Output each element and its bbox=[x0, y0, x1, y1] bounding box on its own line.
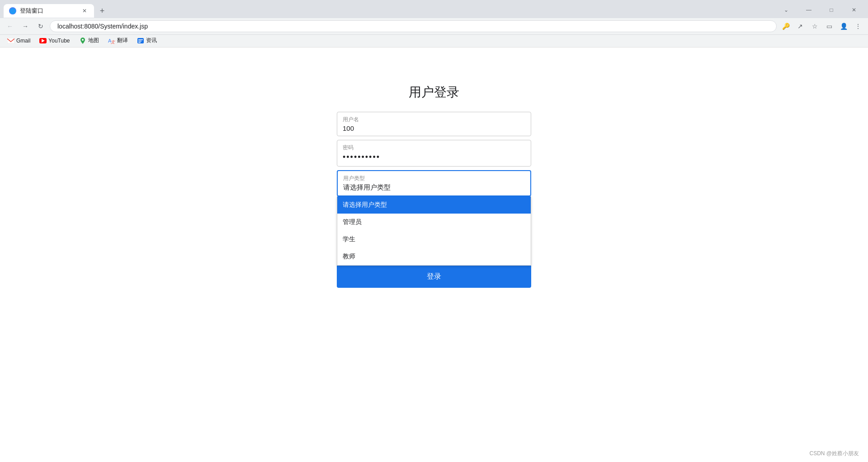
address-field[interactable]: localhost:8080/System/index.jsp bbox=[50, 20, 777, 32]
usertype-selected-value: 请选择用户类型 bbox=[343, 183, 525, 192]
svg-rect-5 bbox=[138, 39, 143, 40]
bookmark-news[interactable]: 资讯 bbox=[133, 36, 160, 45]
translate-label: 翻译 bbox=[117, 37, 128, 44]
title-bar: 🌐 登陆窗口 ✕ + ⌄ — □ ✕ bbox=[0, 0, 868, 18]
page-title: 用户登录 bbox=[409, 84, 459, 101]
tab-close-button[interactable]: ✕ bbox=[80, 7, 89, 15]
new-tab-button[interactable]: + bbox=[96, 5, 108, 17]
toolbar-icons: 🔑 ↗ ☆ ▭ 👤 ⋮ bbox=[779, 20, 864, 33]
gmail-icon bbox=[7, 37, 14, 44]
minimize-button[interactable]: — bbox=[798, 4, 819, 16]
dropdown-option-placeholder[interactable]: 请选择用户类型 bbox=[337, 196, 531, 214]
bookmark-translate[interactable]: A文 翻译 bbox=[104, 36, 132, 45]
youtube-icon bbox=[39, 37, 47, 44]
refresh-button[interactable]: ↻ bbox=[34, 20, 47, 33]
maps-label: 地图 bbox=[88, 37, 99, 44]
dropdown-list: 请选择用户类型 管理员 学生 教师 bbox=[337, 196, 531, 266]
dropdown-option-student[interactable]: 学生 bbox=[337, 231, 531, 248]
dropdown-option-admin[interactable]: 管理员 bbox=[337, 214, 531, 231]
forward-button[interactable]: → bbox=[19, 20, 32, 33]
gmail-label: Gmail bbox=[16, 38, 30, 44]
address-bar-row: ← → ↻ localhost:8080/System/index.jsp 🔑 … bbox=[0, 18, 868, 35]
page-footer: CSDN @姓蔡小朋友 bbox=[809, 450, 859, 457]
page-content: 用户登录 用户名 100 密码 •••••••••• 用户类型 请选择用户类型 … bbox=[0, 48, 868, 462]
usertype-label: 用户类型 bbox=[343, 175, 525, 182]
share-icon[interactable]: ↗ bbox=[794, 20, 807, 33]
footer-text: CSDN @姓蔡小朋友 bbox=[809, 450, 859, 457]
usertype-field[interactable]: 用户类型 请选择用户类型 bbox=[337, 170, 531, 196]
chevron-down-btn[interactable]: ⌄ bbox=[776, 4, 797, 16]
maps-icon bbox=[79, 37, 86, 44]
tab-favicon: 🌐 bbox=[9, 7, 16, 14]
bookmarks-bar: Gmail YouTube 地图 A文 翻译 资讯 bbox=[0, 35, 868, 48]
login-form: 用户名 100 密码 •••••••••• 用户类型 请选择用户类型 请选择用户… bbox=[337, 112, 531, 288]
login-button[interactable]: 登录 bbox=[337, 266, 531, 288]
svg-rect-0 bbox=[7, 38, 14, 43]
bookmark-youtube[interactable]: YouTube bbox=[36, 36, 73, 45]
bookmark-maps[interactable]: 地图 bbox=[75, 36, 103, 45]
tab-title: 登陆窗口 bbox=[20, 7, 77, 15]
menu-icon[interactable]: ⋮ bbox=[852, 20, 864, 33]
password-value: •••••••••• bbox=[343, 152, 525, 162]
svg-point-1 bbox=[82, 39, 84, 41]
news-icon bbox=[137, 37, 144, 44]
star-icon[interactable]: ☆ bbox=[808, 20, 821, 33]
username-label: 用户名 bbox=[343, 116, 525, 124]
bookmark-gmail[interactable]: Gmail bbox=[4, 36, 34, 45]
active-tab[interactable]: 🌐 登陆窗口 ✕ bbox=[4, 4, 94, 18]
address-text: localhost:8080/System/index.jsp bbox=[57, 23, 148, 30]
window-controls: ⌄ — □ ✕ bbox=[638, 4, 864, 18]
dropdown-option-teacher[interactable]: 教师 bbox=[337, 248, 531, 265]
youtube-label: YouTube bbox=[48, 38, 70, 44]
news-label: 资讯 bbox=[146, 37, 157, 44]
username-value: 100 bbox=[343, 124, 525, 132]
username-field[interactable]: 用户名 100 bbox=[337, 112, 531, 136]
password-field[interactable]: 密码 •••••••••• bbox=[337, 140, 531, 167]
maximize-button[interactable]: □ bbox=[821, 4, 842, 16]
browser-chrome: 🌐 登陆窗口 ✕ + ⌄ — □ ✕ ← → ↻ localhost:8080/… bbox=[0, 0, 868, 48]
back-button[interactable]: ← bbox=[4, 20, 16, 33]
svg-rect-6 bbox=[138, 41, 142, 42]
translate-icon: A文 bbox=[108, 37, 115, 44]
close-button[interactable]: ✕ bbox=[844, 4, 864, 16]
svg-rect-7 bbox=[138, 42, 141, 43]
sidebar-icon[interactable]: ▭ bbox=[823, 20, 835, 33]
key-icon[interactable]: 🔑 bbox=[779, 20, 792, 33]
profile-icon[interactable]: 👤 bbox=[837, 20, 850, 33]
svg-text:文: 文 bbox=[111, 40, 115, 44]
password-label: 密码 bbox=[343, 144, 525, 152]
